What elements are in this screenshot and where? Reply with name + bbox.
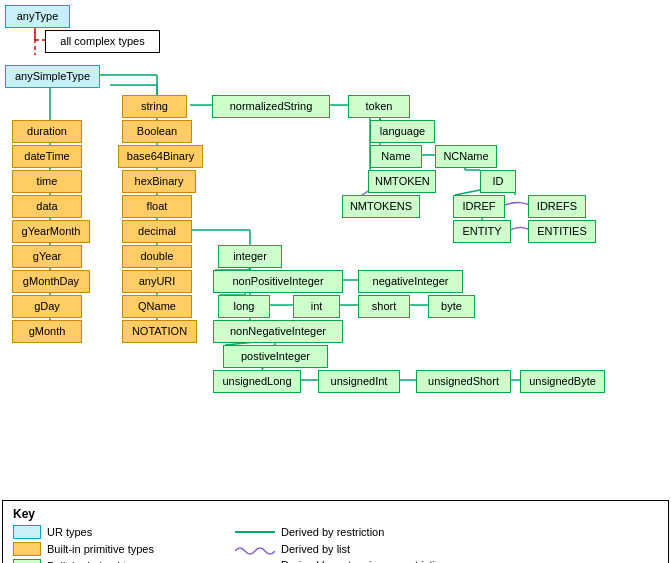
key-item-blue: UR types bbox=[13, 525, 233, 539]
node-ENTITY: ENTITY bbox=[453, 220, 511, 243]
node-decimal: decimal bbox=[122, 220, 192, 243]
key-box-orange bbox=[13, 542, 41, 556]
key-label-primitive-types: Built-in primitive types bbox=[47, 543, 154, 555]
node-complexTypes: all complex types bbox=[45, 30, 160, 53]
node-normalizedString: normalizedString bbox=[212, 95, 330, 118]
node-gMonth: gMonth bbox=[12, 320, 82, 343]
node-string: string bbox=[122, 95, 187, 118]
key-label-extension: Derived by extension or restriction bbox=[281, 559, 447, 563]
key-item-green: Built-in derived types bbox=[13, 559, 233, 563]
key-item-orange: Built-in primitive types bbox=[13, 542, 233, 556]
node-int: int bbox=[293, 295, 340, 318]
key-item-restriction: Derived by restriction bbox=[235, 525, 658, 539]
key-label-restriction: Derived by restriction bbox=[281, 526, 384, 538]
key-label-list: Derived by list bbox=[281, 543, 350, 555]
node-NMTOKEN: NMTOKEN bbox=[368, 170, 436, 193]
node-Name: Name bbox=[370, 145, 422, 168]
node-unsignedLong: unsignedLong bbox=[213, 370, 301, 393]
key-line-wave-svg bbox=[235, 542, 275, 556]
node-IDREF: IDREF bbox=[453, 195, 505, 218]
node-Boolean: Boolean bbox=[122, 120, 192, 143]
node-gYear: gYear bbox=[12, 245, 82, 268]
node-ID: ID bbox=[480, 170, 516, 193]
node-NMTOKENS: NMTOKENS bbox=[342, 195, 420, 218]
connector-lines bbox=[0, 0, 671, 500]
node-long: long bbox=[218, 295, 270, 318]
key-line-solid-container bbox=[235, 525, 275, 539]
node-byte: byte bbox=[428, 295, 475, 318]
key-line-solid bbox=[235, 531, 275, 533]
key-line-dashed-container bbox=[235, 559, 275, 563]
node-unsignedInt: unsignedInt bbox=[318, 370, 400, 393]
node-short: short bbox=[358, 295, 410, 318]
node-dateTime: dateTime bbox=[12, 145, 82, 168]
node-time: time bbox=[12, 170, 82, 193]
node-NCName: NCName bbox=[435, 145, 497, 168]
node-double: double bbox=[122, 245, 192, 268]
node-QName: QName bbox=[122, 295, 192, 318]
diagram: anyType all complex types anySimpleType … bbox=[0, 0, 671, 500]
node-token: token bbox=[348, 95, 410, 118]
node-unsignedByte: unsignedByte bbox=[520, 370, 605, 393]
node-anyType: anyType bbox=[5, 5, 70, 28]
key-item-list: Derived by list bbox=[235, 542, 658, 556]
node-hexBinary: hexBinary bbox=[122, 170, 196, 193]
key-line-wave-container bbox=[235, 542, 275, 556]
node-base64Binary: base64Binary bbox=[118, 145, 203, 168]
node-positiveInteger: postiveInteger bbox=[223, 345, 328, 368]
key-box-blue bbox=[13, 525, 41, 539]
node-anySimpleType: anySimpleType bbox=[5, 65, 100, 88]
node-anyURI: anyURI bbox=[122, 270, 192, 293]
node-gMonthDay: gMonthDay bbox=[12, 270, 90, 293]
key-section: Key UR types Built-in primitive types Bu… bbox=[2, 500, 669, 563]
node-gDay: gDay bbox=[12, 295, 82, 318]
key-title: Key bbox=[13, 507, 658, 521]
node-nonNegativeInteger: nonNegativeInteger bbox=[213, 320, 343, 343]
node-gYearMonth: gYearMonth bbox=[12, 220, 90, 243]
node-duration: duration bbox=[12, 120, 82, 143]
node-float: float bbox=[122, 195, 192, 218]
node-nonPositiveInteger: nonPositiveInteger bbox=[213, 270, 343, 293]
node-data: data bbox=[12, 195, 82, 218]
node-language: language bbox=[370, 120, 435, 143]
node-NOTATION: NOTATION bbox=[122, 320, 197, 343]
node-ENTITIES: ENTITIES bbox=[528, 220, 596, 243]
key-label-ur-types: UR types bbox=[47, 526, 92, 538]
key-box-green bbox=[13, 559, 41, 563]
node-IDREFS: IDREFS bbox=[528, 195, 586, 218]
key-item-extension: Derived by extension or restriction bbox=[235, 559, 658, 563]
node-integer: integer bbox=[218, 245, 282, 268]
node-negativeInteger: negativeInteger bbox=[358, 270, 463, 293]
node-unsignedShort: unsignedShort bbox=[416, 370, 511, 393]
